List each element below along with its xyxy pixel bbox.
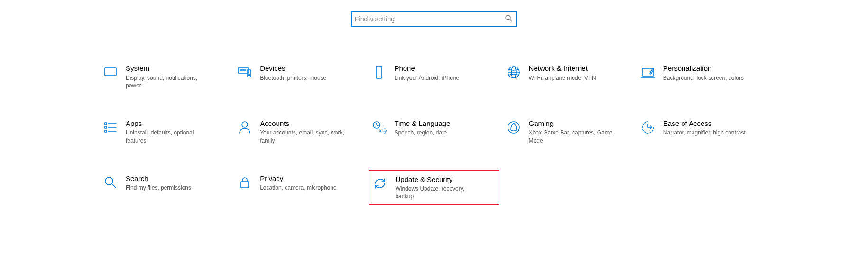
- tile-desc: Link your Android, iPhone: [394, 74, 459, 82]
- tile-update-security[interactable]: Update & Security Windows Update, recove…: [369, 170, 499, 205]
- tile-title: System: [126, 64, 211, 73]
- search-input[interactable]: [355, 15, 505, 23]
- svg-rect-20: [105, 130, 107, 132]
- lock-icon: [237, 175, 252, 190]
- tile-title: Gaming: [529, 119, 614, 128]
- tile-desc: Xbox Game Bar, captures, Game Mode: [529, 129, 614, 144]
- tile-desc: Display, sound, notifications, power: [126, 74, 211, 89]
- svg-rect-16: [105, 123, 107, 125]
- ease-of-access-icon: [640, 120, 656, 135]
- apps-icon: [103, 120, 118, 135]
- tile-text: Network & Internet Wi-Fi, airplane mode,…: [529, 64, 596, 82]
- tile-text: Search Find my files, permissions: [126, 174, 191, 192]
- tile-personalization[interactable]: Personalization Background, lock screen,…: [637, 60, 768, 93]
- svg-line-1: [510, 19, 512, 21]
- tile-devices[interactable]: Devices Bluetooth, printers, mouse: [234, 60, 365, 93]
- tile-text: Update & Security Windows Update, recove…: [395, 175, 480, 201]
- time-language-icon: A字: [371, 120, 387, 135]
- person-icon: [237, 120, 252, 135]
- svg-rect-2: [105, 68, 116, 76]
- svg-rect-9: [376, 66, 382, 78]
- search-category-icon: [103, 175, 118, 190]
- tile-text: Apps Uninstall, defaults, optional featu…: [126, 119, 211, 144]
- svg-point-0: [506, 15, 510, 20]
- tile-search[interactable]: Search Find my files, permissions: [100, 170, 231, 205]
- personalization-icon: [640, 65, 656, 80]
- svg-rect-31: [241, 182, 249, 188]
- tile-accounts[interactable]: Accounts Your accounts, email, sync, wor…: [234, 115, 365, 148]
- tile-title: Time & Language: [394, 119, 450, 128]
- phone-icon: [371, 65, 387, 80]
- tile-text: Accounts Your accounts, email, sync, wor…: [260, 119, 345, 144]
- globe-icon: [506, 65, 521, 80]
- tile-ease-of-access[interactable]: Ease of Access Narrator, magnifier, high…: [637, 115, 768, 148]
- tile-desc: Find my files, permissions: [126, 184, 191, 192]
- tile-text: System Display, sound, notifications, po…: [126, 64, 211, 89]
- tile-phone[interactable]: Phone Link your Android, iPhone: [369, 60, 499, 93]
- tile-desc: Narrator, magnifier, high contrast: [663, 129, 746, 136]
- tile-desc: Location, camera, microphone: [260, 184, 336, 192]
- tile-privacy[interactable]: Privacy Location, camera, microphone: [234, 170, 365, 205]
- tile-text: Ease of Access Narrator, magnifier, high…: [663, 119, 746, 137]
- svg-point-6: [249, 75, 250, 76]
- tile-apps[interactable]: Apps Uninstall, defaults, optional featu…: [100, 115, 231, 148]
- tile-desc: Bluetooth, printers, mouse: [260, 74, 326, 82]
- tile-title: Network & Internet: [529, 64, 596, 73]
- tile-time-language[interactable]: A字 Time & Language Speech, region, date: [369, 115, 499, 148]
- tile-title: Search: [126, 174, 191, 183]
- tile-title: Phone: [394, 64, 459, 73]
- gaming-icon: [506, 120, 521, 135]
- tile-title: Ease of Access: [663, 119, 746, 128]
- tile-title: Personalization: [663, 64, 744, 73]
- tile-text: Personalization Background, lock screen,…: [663, 64, 744, 82]
- categories-grid: System Display, sound, notifications, po…: [97, 60, 771, 205]
- svg-line-25: [377, 125, 378, 126]
- search-icon: [505, 14, 512, 24]
- tile-title: Update & Security: [395, 175, 480, 184]
- tile-title: Apps: [126, 119, 211, 128]
- tile-text: Time & Language Speech, region, date: [394, 119, 450, 137]
- settings-home: System Display, sound, notifications, po…: [0, 0, 868, 259]
- tile-desc: Speech, region, date: [394, 129, 450, 136]
- update-icon: [372, 176, 388, 191]
- tile-desc: Your accounts, email, sync, work, family: [260, 129, 345, 144]
- tile-desc: Wi-Fi, airplane mode, VPN: [529, 74, 596, 82]
- search-wrap: [351, 11, 517, 27]
- tile-text: Gaming Xbox Game Bar, captures, Game Mod…: [529, 119, 614, 144]
- tile-gaming[interactable]: Gaming Xbox Game Bar, captures, Game Mod…: [503, 115, 634, 148]
- tile-text: Devices Bluetooth, printers, mouse: [260, 64, 326, 82]
- tile-title: Privacy: [260, 174, 336, 183]
- tile-desc: Uninstall, defaults, optional features: [126, 129, 211, 144]
- tile-title: Accounts: [260, 119, 345, 128]
- svg-point-22: [242, 122, 248, 127]
- tile-system[interactable]: System Display, sound, notifications, po…: [100, 60, 231, 93]
- system-icon: [103, 65, 118, 80]
- tile-desc: Windows Update, recovery, backup: [395, 185, 480, 200]
- tile-desc: Background, lock screen, colors: [663, 74, 744, 82]
- tile-network[interactable]: Network & Internet Wi-Fi, airplane mode,…: [503, 60, 634, 93]
- devices-icon: [237, 65, 252, 80]
- tile-text: Phone Link your Android, iPhone: [394, 64, 459, 82]
- tile-title: Devices: [260, 64, 326, 73]
- tile-text: Privacy Location, camera, microphone: [260, 174, 336, 192]
- svg-text:A字: A字: [378, 128, 387, 134]
- svg-rect-18: [105, 126, 107, 128]
- search-box[interactable]: [351, 11, 517, 27]
- svg-line-30: [112, 184, 116, 188]
